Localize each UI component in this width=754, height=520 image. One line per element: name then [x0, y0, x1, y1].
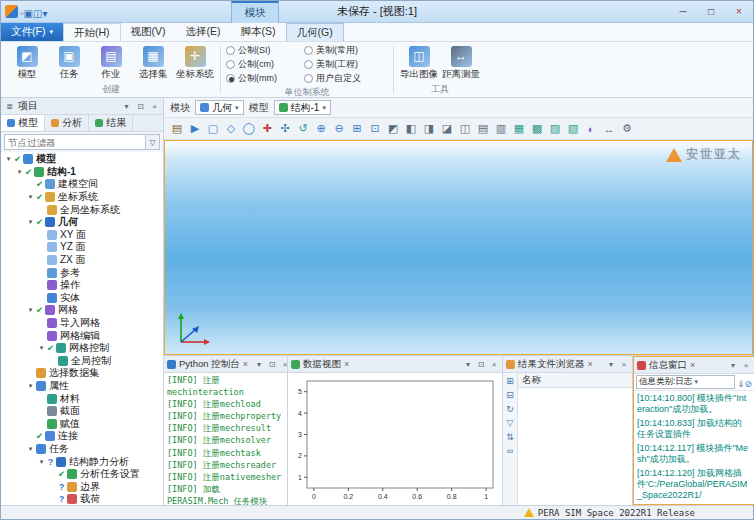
tab-close-icon[interactable]: × — [588, 359, 593, 369]
tree-item[interactable]: ✔连接 — [1, 430, 163, 443]
data-view-tab[interactable]: 数据视图 × ▾ ⊡ × — [288, 356, 502, 373]
fit-view-icon[interactable]: ⊡ — [367, 120, 383, 137]
tree-expander-icon[interactable]: ▾ — [37, 458, 46, 466]
back-view-icon[interactable]: ◨ — [421, 120, 437, 137]
panel-pin-icon[interactable]: ▾ — [606, 360, 616, 369]
unit-cm-radio[interactable]: 公制(cm) — [226, 58, 304, 71]
tree-item[interactable]: ✔分析任务设置 — [1, 468, 163, 481]
file-menu-button[interactable]: 文件(F) ▾ — [1, 23, 63, 41]
top-view-icon[interactable]: ▤ — [475, 120, 491, 137]
tree-item[interactable]: ▾✔网格 — [1, 304, 163, 317]
panel-close-icon[interactable]: × — [280, 360, 287, 369]
python-console-output[interactable]: [INFO] 注册mechinteraction[INFO] 注册mechloa… — [164, 373, 287, 505]
left-view-icon[interactable]: ◪ — [439, 120, 455, 137]
tree-item[interactable]: 材料 — [1, 392, 163, 405]
quick-access-more-icon[interactable]: ▾ — [42, 8, 47, 19]
data-view-chart[interactable]: 1234500.20.40.60.81 — [288, 373, 502, 505]
tree-item[interactable]: 参考 — [1, 266, 163, 279]
project-tab-model[interactable]: 模型 — [1, 115, 45, 131]
tree-item[interactable]: ?载荷 — [1, 493, 163, 505]
tree-expander-icon[interactable]: ▾ — [26, 445, 35, 453]
refresh-icon[interactable]: ↻ — [506, 404, 514, 414]
zoom-window-icon[interactable]: ⊞ — [349, 120, 365, 137]
unit-us-common-radio[interactable]: 美制(常用) — [304, 44, 388, 57]
panel-pin-icon[interactable]: ▾ — [254, 360, 264, 369]
unit-us-eng-radio[interactable]: 美制(工程) — [304, 58, 388, 71]
maximize-button[interactable]: □ — [697, 1, 725, 22]
close-button[interactable]: × — [725, 1, 753, 22]
panel-close-icon[interactable]: × — [149, 102, 160, 111]
panel-float-icon[interactable]: ⊡ — [267, 360, 277, 369]
collapse-all-icon[interactable]: ⊟ — [506, 390, 514, 400]
ribbon-tab-geometry[interactable]: 几何(G) — [286, 23, 344, 41]
tree-item[interactable]: ✔建模空间 — [1, 178, 163, 191]
contextual-tab-group-label[interactable]: 模块 — [231, 1, 279, 23]
pick-point-icon[interactable]: ✚ — [259, 120, 275, 137]
tree-item[interactable]: 网格编辑 — [1, 329, 163, 342]
ribbon-tab-script[interactable]: 脚本(S) — [231, 23, 286, 41]
panel-close-icon[interactable]: × — [619, 360, 629, 369]
minimize-button[interactable]: ─ — [669, 1, 697, 22]
tree-item[interactable]: ▾?结构静力分析 — [1, 455, 163, 468]
section-view-icon[interactable]: ◐ — [583, 120, 599, 137]
create-selection-set-button[interactable]: ▦选择集 — [133, 45, 173, 82]
tree-expander-icon[interactable]: ▾ — [15, 168, 24, 176]
project-tab-analysis[interactable]: 分析 — [45, 115, 89, 131]
shaded-icon[interactable]: ▩ — [529, 120, 545, 137]
edges-icon[interactable]: ▨ — [547, 120, 563, 137]
create-task-button[interactable]: ▣任务 — [49, 45, 89, 82]
mesh-display-icon[interactable]: ▧ — [565, 120, 581, 137]
iso-view-icon[interactable]: ◩ — [385, 120, 401, 137]
results-browser-tab[interactable]: 结果文件浏览器 × ▾ × — [503, 356, 632, 373]
panel-close-icon[interactable]: × — [489, 360, 499, 369]
tree-expander-icon[interactable]: ▾ — [26, 193, 35, 201]
panel-pin-icon[interactable]: ▾ — [728, 361, 738, 370]
ribbon-tab-start[interactable]: 开始(H) — [63, 23, 121, 41]
filter-icon[interactable]: ▽ — [507, 418, 514, 428]
bottom-view-icon[interactable]: ▥ — [493, 120, 509, 137]
tab-close-icon[interactable]: × — [344, 359, 349, 369]
panel-float-icon[interactable]: ⊡ — [135, 102, 146, 111]
tree-item[interactable]: ▾✔几何 — [1, 216, 163, 229]
results-list[interactable] — [518, 388, 632, 505]
info-messages[interactable]: [10:14:10.800] 模块插件"Interaction"成功加载。[10… — [634, 391, 754, 504]
expand-all-icon[interactable]: ⊞ — [506, 376, 514, 386]
tree-item[interactable]: ZX 面 — [1, 254, 163, 267]
module-select[interactable]: 几何 ▾ — [195, 100, 244, 115]
rotate-view-icon[interactable]: ↺ — [295, 120, 311, 137]
filter-funnel-icon[interactable]: ▽ — [146, 134, 160, 150]
tree-item[interactable]: 截面 — [1, 405, 163, 418]
measure-icon[interactable]: ↔ — [601, 120, 617, 137]
ribbon-tab-view[interactable]: 视图(V) — [121, 23, 176, 41]
tree-expander-icon[interactable]: ▾ — [26, 218, 35, 226]
tree-item[interactable]: ▾✔网格控制 — [1, 342, 163, 355]
tool-distance-measure-button[interactable]: ↔距离测量 — [441, 45, 481, 82]
link-icon[interactable]: ∞ — [507, 446, 513, 456]
tree-expander-icon[interactable]: ▾ — [37, 344, 46, 352]
python-console-tab[interactable]: Python 控制台 × ▾ ⊡ × — [164, 356, 287, 373]
open-file-icon[interactable]: ▣ — [24, 8, 33, 19]
tree-expander-icon[interactable]: ▾ — [26, 382, 35, 390]
clear-log-icon[interactable]: ⊘ — [744, 379, 752, 389]
tree-item[interactable]: YZ 面 — [1, 241, 163, 254]
select-icon[interactable]: ▶ — [187, 120, 203, 137]
tree-item[interactable]: 导入网格 — [1, 317, 163, 330]
tree-item[interactable]: 实体 — [1, 292, 163, 305]
zoom-out-icon[interactable]: ⊖ — [331, 120, 347, 137]
tree-item[interactable]: ▾✔坐标系统 — [1, 191, 163, 204]
unit-si-radio[interactable]: 公制(SI) — [226, 44, 304, 57]
model-select[interactable]: 结构-1 ▾ — [274, 100, 331, 115]
create-model-button[interactable]: ◩模型 — [7, 45, 47, 82]
create-job-button[interactable]: ▤作业 — [91, 45, 131, 82]
tree-expander-icon[interactable]: ▾ — [26, 306, 35, 314]
unit-mm-radio[interactable]: 公制(mm) — [226, 72, 304, 85]
tree-item[interactable]: ▾✔模型 — [1, 153, 163, 166]
print-icon[interactable]: ▤ — [169, 120, 185, 137]
sort-icon[interactable]: ⇅ — [506, 432, 514, 442]
pan-icon[interactable]: ✣ — [277, 120, 293, 137]
zoom-in-icon[interactable]: ⊕ — [313, 120, 329, 137]
info-window-tab[interactable]: 信息窗口 × ▾ × — [634, 357, 754, 374]
tab-close-icon[interactable]: × — [243, 359, 248, 369]
tree-item[interactable]: ▾任务 — [1, 443, 163, 456]
tree-item[interactable]: ▾属性 — [1, 380, 163, 393]
